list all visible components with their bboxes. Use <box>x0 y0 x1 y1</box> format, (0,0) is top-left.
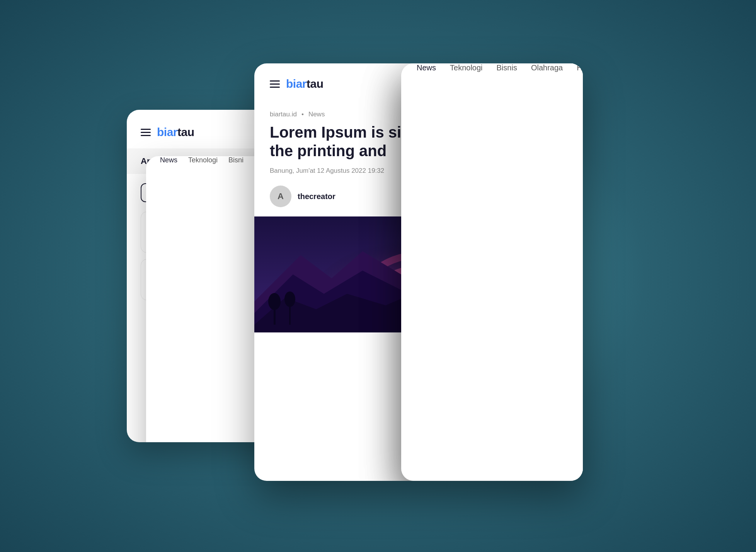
front-nav-olahraga[interactable]: Olahraga <box>531 63 563 473</box>
hamburger-menu-icon[interactable] <box>141 129 151 136</box>
front-card-brand-logo: biartau <box>286 77 324 90</box>
front-nav-news[interactable]: News <box>417 63 436 473</box>
front-nav-teknologi[interactable]: Teknologi <box>450 63 483 473</box>
front-nav-bisnis[interactable]: Bisnis <box>497 63 517 473</box>
back-nav-news[interactable]: News <box>160 156 177 442</box>
article-separator-dot: • <box>301 111 304 118</box>
front-brand-tau: tau <box>306 77 324 90</box>
front-nav-hea[interactable]: Hea <box>577 63 583 473</box>
article-panel: biartau <box>254 63 583 481</box>
scene: biartau News Teknologi Bisni Analitik We… <box>107 63 649 489</box>
back-nav-bisnis[interactable]: Bisni <box>228 156 243 442</box>
brand-biar: biar <box>157 126 177 138</box>
svg-point-28 <box>284 291 295 307</box>
front-hamburger-icon[interactable] <box>270 80 280 88</box>
article-source: biartau.id <box>270 111 297 118</box>
front-brand-biar: biar <box>286 77 306 90</box>
back-card-brand-logo: biartau <box>157 126 194 139</box>
article-category: News <box>308 111 325 118</box>
back-nav-teknologi[interactable]: Teknologi <box>188 156 218 442</box>
brand-tau: tau <box>177 126 194 138</box>
author-avatar: A <box>270 186 291 207</box>
front-card-nav: News Teknologi Bisnis Olahraga Hea <box>401 63 583 481</box>
svg-point-26 <box>268 293 281 310</box>
author-name: thecreator <box>298 192 335 201</box>
